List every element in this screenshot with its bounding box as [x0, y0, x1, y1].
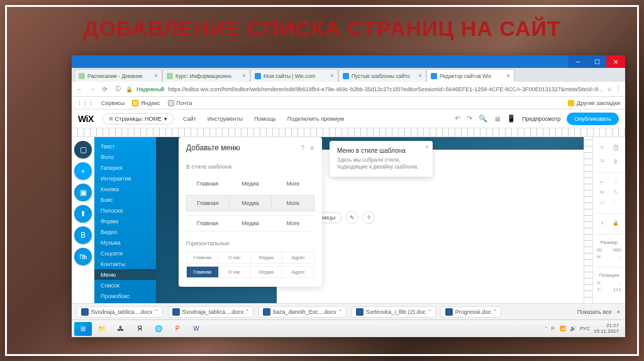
bookmark-other[interactable]: Другие закладки [568, 100, 620, 106]
arrange-icon[interactable]: ▭ [597, 197, 608, 207]
download-item[interactable]: Svodnaja_tablica....docx˄ [168, 306, 254, 318]
lock-icon[interactable]: 🔒 [611, 218, 621, 228]
paste-icon[interactable]: 📋 [611, 142, 621, 152]
download-item[interactable]: Progressii.doc˄ [441, 306, 501, 318]
start-button[interactable]: ⊞ [74, 322, 92, 336]
help-icon[interactable]: ? [301, 145, 304, 152]
rail-store-button[interactable]: 🛍 [74, 248, 92, 265]
tray-network-icon[interactable]: 📶 [560, 326, 566, 331]
window-minimize-button[interactable]: ─ [569, 55, 587, 68]
taskbar-chrome-icon[interactable]: 🌐 [150, 322, 167, 336]
zoom-icon[interactable]: 🔍 [479, 114, 487, 123]
browser-tab[interactable]: Мои сайты | Wix.com× [250, 69, 338, 82]
add-item-photo[interactable]: Фото [94, 152, 156, 162]
add-item-button[interactable]: Кнопка [94, 184, 156, 194]
menu-premium[interactable]: Подключить премиум [287, 116, 344, 122]
downloads-close-icon[interactable]: × [617, 309, 620, 315]
publish-button[interactable]: Опубликовать [567, 113, 619, 125]
browser-tab-active[interactable]: Редактор сайтов Wix× [426, 69, 514, 82]
taskbar-explorer-icon[interactable]: 📁 [93, 322, 111, 336]
add-item-promobox[interactable]: Промобокс [94, 291, 156, 301]
bookmark-star-icon[interactable]: ☆ [607, 86, 612, 92]
align-center-icon[interactable]: ↔ [611, 177, 621, 187]
download-item[interactable]: Sortirovka_i_filtr (2).doc˄ [352, 306, 436, 318]
menu-help[interactable]: Помощь [254, 116, 276, 122]
tooltip-close-icon[interactable]: × [425, 143, 429, 150]
download-item[interactable]: Svodnaja_tablica....docx˄ [77, 306, 163, 318]
height-value[interactable]: - [619, 254, 621, 260]
menu-tools[interactable]: Инструменты [208, 116, 243, 122]
tab-close-icon[interactable]: × [506, 72, 510, 79]
stage-help-icon[interactable]: ? [362, 211, 375, 224]
menu-style-option[interactable]: Главная О нас Медиа Адрес [186, 266, 314, 278]
delete-icon[interactable]: 🗑 [611, 156, 621, 166]
rail-upload-button[interactable]: ⬆ [74, 205, 92, 223]
mobile-icon[interactable]: 📱 [507, 114, 516, 123]
rotate-icon[interactable]: ↻ [611, 187, 621, 197]
taskbar-word-icon[interactable]: W [187, 322, 205, 336]
info-icon[interactable]: ⓘ [113, 85, 122, 93]
close-icon[interactable]: ✕ [309, 145, 314, 152]
add-item-contacts[interactable]: Контакты [94, 258, 156, 269]
add-item-blog[interactable]: Блог [94, 301, 156, 303]
add-item-text[interactable]: Текст [94, 141, 156, 152]
bookmark-yandex[interactable]: Яндекс [132, 100, 160, 106]
add-item-box[interactable]: Бокс [94, 194, 156, 205]
x-value[interactable]: - [619, 280, 621, 286]
flip-icon[interactable]: ⇋ [597, 187, 608, 197]
add-item-gallery[interactable]: Галерея [94, 162, 156, 173]
redo-icon[interactable]: ↷ [467, 114, 472, 123]
bookmark-services[interactable]: Сервисы [101, 100, 125, 106]
window-close-button[interactable]: ✕ [606, 55, 625, 68]
desktop-icon[interactable]: 🖥 [494, 115, 501, 123]
add-item-interactive[interactable]: Интерактив [94, 173, 156, 184]
taskbar-yandex-icon[interactable]: Я [131, 322, 148, 336]
browser-tab[interactable]: Расписание - Дневник× [74, 69, 162, 82]
menu-style-option[interactable]: Главная Медиа More [186, 215, 314, 231]
download-item[interactable]: baza_dannih_Exc....docx˄ [258, 306, 347, 318]
window-maximize-button[interactable]: ☐ [587, 55, 606, 68]
menu-style-option[interactable]: Главная Медиа More [186, 195, 314, 211]
add-item-form[interactable]: Форма [94, 216, 156, 226]
add-item-music[interactable]: Музыка [94, 237, 156, 248]
rail-pages-button[interactable]: ▢ [74, 141, 92, 158]
nav-forward-icon[interactable]: → [88, 86, 97, 92]
stage-edit-icon[interactable]: ✎ [346, 211, 358, 224]
add-item-list[interactable]: Список [94, 280, 156, 291]
browser-menu-icon[interactable]: ⋮ [616, 86, 621, 92]
downloads-showall-button[interactable]: Показать все [577, 309, 612, 315]
add-item-menu[interactable]: Меню [94, 269, 156, 280]
wix-logo[interactable]: WiX [78, 114, 94, 124]
undo-icon[interactable]: ↶ [455, 114, 460, 123]
menu-style-option[interactable]: Главная О нас Медиа Адрес [186, 252, 314, 264]
copy-icon[interactable]: ⎘ [597, 142, 608, 152]
tray-flag-icon[interactable]: 🏳 [551, 326, 556, 331]
browser-tab[interactable]: Курс: Информационно× [162, 69, 250, 82]
align-left-icon[interactable]: ⇤ [597, 177, 608, 187]
rail-blog-button[interactable]: B [74, 226, 92, 244]
nav-reload-icon[interactable]: ⟳ [101, 86, 109, 92]
add-item-video[interactable]: Видео [94, 226, 156, 237]
taskbar-powerpoint-icon[interactable]: P [169, 322, 186, 336]
add-item-social[interactable]: Соцсети [94, 248, 156, 258]
preview-button[interactable]: Предпросмотр [522, 116, 560, 122]
width-value[interactable]: 980 [613, 247, 621, 253]
duplicate-icon[interactable]: ⧉ [597, 156, 608, 166]
y-value[interactable]: 111 [613, 287, 621, 292]
distribute-icon[interactable]: ⋯ [611, 197, 621, 207]
tab-close-icon[interactable]: × [330, 72, 334, 79]
tray-volume-icon[interactable]: 🔊 [570, 326, 576, 331]
tray-clock[interactable]: 21:27 15.11.2017 [594, 323, 619, 335]
menu-site[interactable]: Сайт [183, 116, 196, 122]
canvas-area[interactable]: Добавьте меню ?✕ В стиле шаблона Главная… [94, 137, 584, 303]
tab-close-icon[interactable]: × [242, 72, 246, 79]
text-a-icon[interactable]: A [597, 218, 608, 228]
rail-add-button[interactable]: ＋ [74, 162, 92, 180]
rail-apps-button[interactable]: ▣ [74, 184, 92, 201]
apps-icon[interactable]: ⋮⋮⋮ [77, 100, 94, 106]
tab-close-icon[interactable]: × [418, 72, 422, 79]
add-item-strip[interactable]: Полоска [94, 205, 156, 216]
pages-dropdown[interactable]: ⎘Страницы: HOME▾ [103, 113, 174, 125]
tab-close-icon[interactable]: × [154, 72, 158, 79]
url-field[interactable]: https://editor.wix.com/html/editor/web/r… [168, 86, 603, 92]
